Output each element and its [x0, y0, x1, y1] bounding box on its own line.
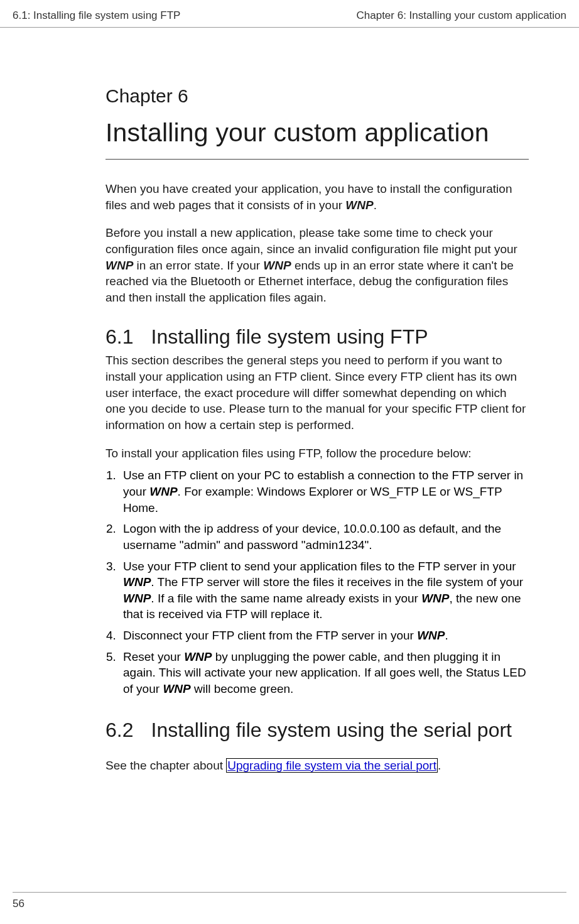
text: See the chapter about — [106, 759, 226, 772]
text: . — [374, 198, 377, 212]
title-divider — [106, 159, 529, 160]
product-name: WNP — [123, 575, 151, 589]
section-number: 6.2 — [106, 719, 133, 741]
intro-paragraph-1: When you have created your application, … — [106, 181, 529, 213]
page-header: 6.1: Installing file system using FTP Ch… — [0, 0, 579, 28]
product-name: WNP — [184, 650, 212, 663]
chapter-label: Chapter 6 — [106, 85, 529, 107]
text: will become green. — [191, 682, 294, 695]
text: . If a file with the same name already e… — [151, 592, 421, 605]
header-right: Chapter 6: Installing your custom applic… — [356, 9, 566, 22]
section-title: Installing file system using the serial … — [151, 719, 511, 741]
intro-paragraph-2: Before you install a new application, pl… — [106, 225, 529, 305]
cross-reference-link[interactable]: Upgrading file system via the serial por… — [226, 758, 438, 773]
page-content: Chapter 6 Installing your custom applica… — [0, 28, 579, 773]
text: . — [445, 629, 448, 642]
text: Disconnect your FTP client from the FTP … — [123, 629, 417, 642]
text: Use your FTP client to send your applica… — [123, 560, 516, 573]
product-name: WNP — [163, 682, 190, 695]
text: Reset your — [123, 650, 184, 663]
section-6-1-heading: 6.1Installing file system using FTP — [106, 325, 529, 349]
section-6-2-paragraph: See the chapter about Upgrading file sys… — [106, 758, 529, 774]
page-footer: 56 — [13, 892, 566, 910]
product-name: WNP — [421, 592, 449, 605]
product-name: WNP — [123, 592, 151, 605]
text: Before you install a new application, pl… — [106, 226, 517, 256]
list-item: Reset your WNP by unplugging the power c… — [119, 649, 529, 697]
section-6-1-paragraph-1: This section describes the general steps… — [106, 352, 529, 433]
header-left: 6.1: Installing file system using FTP — [13, 9, 180, 22]
text: . For example: Windows Explorer or WS_FT… — [123, 485, 502, 514]
text: . The FTP server will store the files it… — [151, 575, 523, 589]
list-item: Logon with the ip address of your device… — [119, 521, 529, 553]
list-item: Disconnect your FTP client from the FTP … — [119, 628, 529, 644]
page-number: 56 — [13, 898, 24, 910]
product-name: WNP — [345, 198, 373, 212]
section-6-1-paragraph-2: To install your application files using … — [106, 445, 529, 462]
list-item: Use your FTP client to send your applica… — [119, 558, 529, 623]
text: in an error state. If your — [133, 259, 263, 272]
section-title: Installing file system using FTP — [151, 325, 428, 348]
product-name: WNP — [417, 629, 445, 642]
product-name: WNP — [106, 259, 133, 272]
section-6-2-heading: 6.2Installing file system using the seri… — [106, 717, 529, 742]
product-name: WNP — [263, 259, 291, 272]
text: When you have created your application, … — [106, 182, 512, 212]
section-number: 6.1 — [106, 325, 133, 348]
chapter-title: Installing your custom application — [106, 118, 529, 148]
product-name: WNP — [149, 485, 177, 498]
procedure-list: Use an FTP client on your PC to establis… — [106, 467, 529, 697]
text: . — [438, 759, 441, 772]
list-item: Use an FTP client on your PC to establis… — [119, 467, 529, 516]
